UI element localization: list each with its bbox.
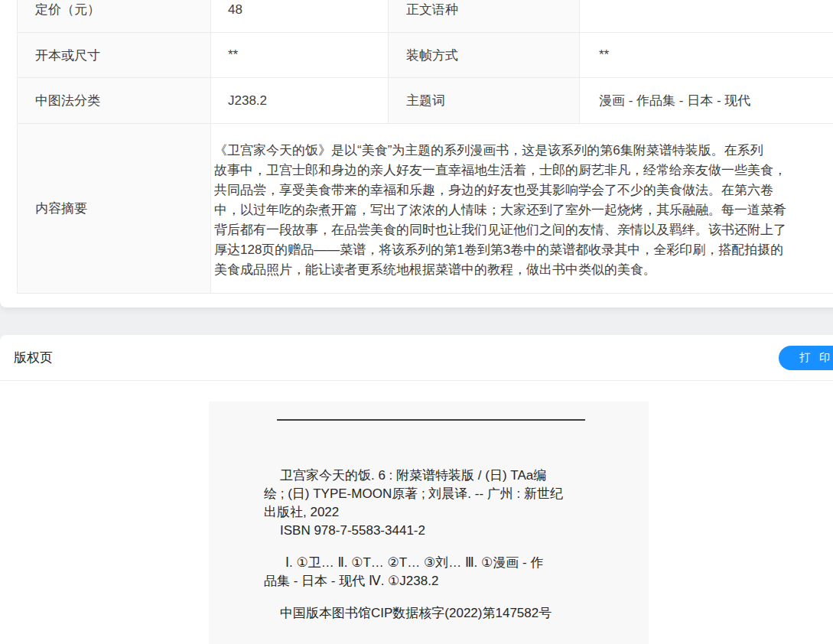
abstract-line-1: 《卫宫家今天的饭》是以“美食”为主题的系列漫画书，这是该系列的第6集附菜谱特装版… <box>214 141 833 161</box>
abstract-line-5: 背后都有一段故事，在品尝美食的同时也让我们见证他们之间的友情、亲情以及羁绊。该书… <box>214 220 833 240</box>
label-binding: 装帧方式 <box>389 33 580 78</box>
cip-line-publisher: 出版社, 2022 <box>264 503 649 522</box>
cip-top-rule <box>277 419 585 421</box>
value-format-text: ** <box>228 47 238 63</box>
cip-data-card: 卫宫家今天的饭. 6 : 附菜谱特装版 / (日) TAa编 绘 ; (日) T… <box>209 402 649 644</box>
book-details-card: 定价（元） 48 正文语种 开本或尺寸 ** 装帧方式 ** <box>0 0 833 307</box>
abstract-line-2: 故事中，卫宫士郎和身边的亲人好友一直幸福地生活着，士郎的厨艺非凡，经常给亲友做一… <box>214 161 833 181</box>
label-clc-class: 中图法分类 <box>18 78 211 124</box>
value-price-text: 48 <box>228 2 242 18</box>
value-format: ** <box>211 33 389 78</box>
cip-line-registry: 中国版本图书馆CIP数据核字(2022)第147582号 <box>264 604 649 623</box>
cip-line-authors: 绘 ; (日) TYPE-MOON原著 ; 刘晨译. -- 广州 : 新世纪 <box>264 485 649 503</box>
value-clc-class-text: J238.2 <box>228 93 267 109</box>
value-language <box>580 0 833 33</box>
label-abstract: 内容摘要 <box>18 124 211 294</box>
label-format: 开本或尺寸 <box>18 33 211 78</box>
label-binding-text: 装帧方式 <box>406 47 458 64</box>
label-price: 定价（元） <box>18 0 211 33</box>
label-clc-class-text: 中图法分类 <box>35 92 100 109</box>
book-details-table: 定价（元） 48 正文语种 开本或尺寸 ** 装帧方式 ** <box>17 0 833 294</box>
abstract-line-4: 中，以过年吃的杂煮开篇，写出了浓浓的人情味；大家还到了室外一起烧烤，其乐融融。每… <box>214 200 833 220</box>
copyright-page-header: 版权页 打 印 <box>0 335 833 381</box>
cip-line-title: 卫宫家今天的饭. 6 : 附菜谱特装版 / (日) TAa编 <box>264 467 649 485</box>
page: 定价（元） 48 正文语种 开本或尺寸 ** 装帧方式 ** <box>0 0 833 644</box>
print-button[interactable]: 打 印 <box>779 346 833 370</box>
value-subject: 漫画 - 作品集 - 日本 - 现代 <box>580 78 833 124</box>
cip-text-block: 卫宫家今天的饭. 6 : 附菜谱特装版 / (日) TAa编 绘 ; (日) T… <box>264 467 649 623</box>
abstract-line-6: 厚达128页的赠品——菜谱，将该系列的第1卷到第3卷中的菜谱都收录其中，全彩印刷… <box>214 240 833 260</box>
cip-line-index-1: Ⅰ. ①卫… Ⅱ. ①T… ②T… ③刘… Ⅲ. ①漫画 - 作 <box>264 554 649 572</box>
value-binding: ** <box>580 33 833 78</box>
abstract-line-7: 美食成品照片，能让读者更系统地根据菜谱中的教程，做出书中类似的美食。 <box>214 260 833 280</box>
abstract-line-3: 共同品尝，享受美食带来的幸福和乐趣，身边的好友也受其影响学会了不少的美食做法。在… <box>214 181 833 200</box>
cip-line-index-2: 品集 - 日本 - 现代 Ⅳ. ①J238.2 <box>264 572 649 590</box>
value-clc-class: J238.2 <box>211 78 389 124</box>
label-language-text: 正文语种 <box>406 1 458 18</box>
cip-line-isbn: ISBN 978-7-5583-3441-2 <box>264 522 649 540</box>
value-subject-text: 漫画 - 作品集 - 日本 - 现代 <box>599 92 750 109</box>
label-language: 正文语种 <box>389 0 580 33</box>
copyright-page-card: 版权页 打 印 卫宫家今天的饭. 6 : 附菜谱特装版 / (日) TAa编 绘… <box>0 335 833 644</box>
value-price: 48 <box>211 0 389 33</box>
label-abstract-text: 内容摘要 <box>35 200 87 217</box>
label-subject: 主题词 <box>389 78 580 124</box>
label-price-text: 定价（元） <box>35 1 100 18</box>
label-format-text: 开本或尺寸 <box>35 47 100 64</box>
value-binding-text: ** <box>599 47 609 63</box>
label-subject-text: 主题词 <box>406 92 445 109</box>
value-abstract: 《卫宫家今天的饭》是以“美食”为主题的系列漫画书，这是该系列的第6集附菜谱特装版… <box>211 124 833 294</box>
section-title: 版权页 <box>14 349 53 366</box>
